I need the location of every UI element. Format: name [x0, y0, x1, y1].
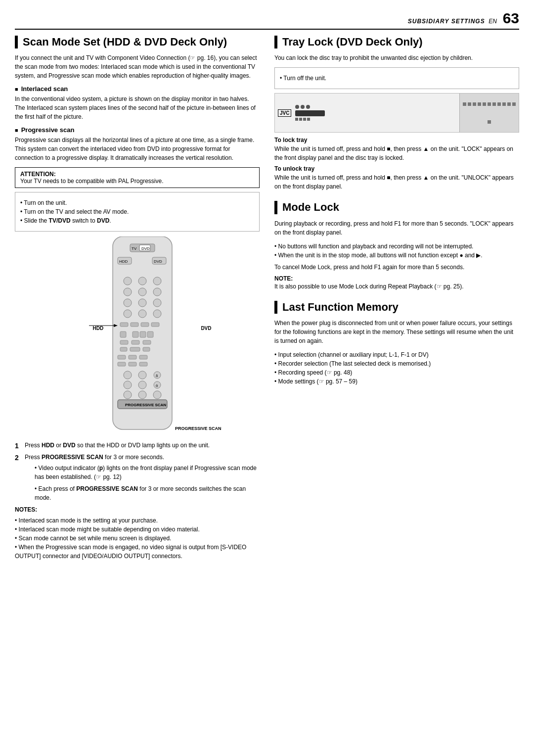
attention-body: Your TV needs to be compatible with PAL …: [20, 178, 254, 185]
mode-lock-bullets: No buttons will function and playback an…: [274, 242, 519, 260]
last-func-bullet: Recording speed (☞ pg. 48): [274, 368, 519, 377]
panel-btn: [512, 102, 516, 106]
svg-rect-29: [120, 340, 128, 344]
unit-right-panel: [459, 94, 519, 132]
svg-rect-35: [118, 355, 126, 359]
attention-label: ATTENTION:: [20, 171, 254, 178]
panel-btn: [507, 102, 511, 106]
svg-text:DVD: DVD: [154, 259, 162, 264]
svg-point-41: [124, 371, 132, 379]
step-1: 1 Press HDD or DVD so that the HDD or DV…: [15, 441, 260, 450]
scan-mode-intro: If you connect the unit and TV with Comp…: [15, 53, 260, 80]
svg-text:ô: ô: [156, 383, 158, 388]
svg-point-16: [138, 299, 146, 307]
instruction-box: Turn on the unit. Turn on the TV and sel…: [15, 192, 260, 232]
section-label: SUBSIDIARY SETTINGS: [408, 18, 485, 25]
unit-controls: [295, 105, 325, 121]
svg-rect-24: [151, 323, 159, 327]
svg-point-53: [153, 391, 161, 399]
mode-lock-note-text: It is also possible to use Mode Lock dur…: [274, 282, 519, 291]
to-unlock-tray-label: To unlock tray: [274, 165, 519, 172]
last-function-title: Last Function Memory: [274, 301, 519, 314]
unit-indicator: [303, 118, 306, 121]
svg-text:TV: TV: [132, 246, 137, 251]
svg-rect-38: [118, 362, 126, 366]
panel-btn: [463, 102, 466, 106]
to-lock-tray-label: To lock tray: [274, 137, 519, 143]
dvd-label-remote: DVD: [201, 326, 211, 331]
svg-rect-25: [133, 331, 138, 337]
svg-rect-39: [129, 362, 136, 366]
svg-rect-23: [141, 323, 149, 327]
progressive-scan-body: Progressive scan displays all the horizo…: [15, 136, 260, 162]
step-2: 2 Press PROGRESSIVE SCAN for 3 or more s…: [15, 453, 260, 502]
notes-label: NOTES:: [15, 506, 260, 513]
unit-btn: [301, 105, 305, 109]
remote-diagram-container: HDD DVD PROGRESSIVE SCAN TV DVD HDD: [15, 236, 260, 436]
note-item: Interlaced scan mode is the setting at y…: [15, 516, 260, 525]
interlaced-scan-body: In the conventional video system, a pict…: [15, 94, 260, 121]
svg-point-11: [153, 277, 161, 285]
to-unlock-tray-body: While the unit is turned off, press and …: [274, 173, 519, 191]
svg-text:PROGRESSIVE SCAN: PROGRESSIVE SCAN: [125, 403, 166, 407]
svg-rect-21: [120, 323, 128, 327]
svg-rect-31: [143, 340, 151, 344]
svg-point-9: [124, 277, 132, 285]
unit-indicator: [299, 118, 302, 121]
bullet-item: Turn on the unit.: [20, 198, 254, 207]
note-item: Scan mode cannot be set while menu scree…: [15, 534, 260, 543]
panel-btn: [473, 102, 476, 106]
last-func-bullet: Recorder selection (The last selected de…: [274, 359, 519, 368]
svg-point-10: [138, 277, 146, 285]
scan-mode-title: Scan Mode Set (HDD & DVD Deck Only): [15, 36, 260, 48]
panel-btn: [468, 102, 471, 106]
svg-rect-36: [129, 355, 136, 359]
svg-point-51: [124, 391, 132, 399]
last-function-bullets: Input selection (channel or auxiliary in…: [274, 350, 519, 386]
mode-lock-bullet: When the unit is in the stop mode, all b…: [274, 251, 519, 260]
progressive-scan-label: Progressive scan: [15, 126, 260, 134]
panel-btn: [488, 102, 491, 106]
svg-point-20: [153, 310, 161, 318]
bullet-item: Turn on the TV and select the AV mode.: [20, 207, 254, 216]
unit-slot: [295, 110, 325, 116]
svg-rect-33: [130, 347, 140, 351]
svg-point-14: [153, 288, 161, 296]
tray-lock-instruction: Turn off the unit.: [280, 74, 514, 83]
svg-point-48: [138, 381, 146, 389]
svg-rect-30: [132, 340, 139, 344]
svg-rect-26: [140, 331, 146, 337]
last-function-body: When the power plug is disconnected from…: [274, 319, 519, 345]
step-2-bullet-1: Video output indicator (p) lights on the…: [25, 464, 260, 481]
mode-lock-section: Mode Lock During playback or recording, …: [274, 201, 519, 290]
panel-btn: [483, 102, 486, 106]
panel-btn: [492, 102, 496, 106]
steps-list: 1 Press HDD or DVD so that the HDD or DV…: [15, 441, 260, 502]
svg-rect-22: [131, 323, 138, 327]
brand-label: JVC: [278, 109, 291, 117]
unit-btn: [306, 105, 310, 109]
tray-lock-intro: You can lock the disc tray to prohibit t…: [274, 53, 519, 62]
note-item: When the Progressive scan mode is engage…: [15, 543, 260, 561]
panel-btn: [497, 102, 501, 106]
panel-btn: [488, 120, 491, 124]
svg-rect-40: [139, 362, 147, 366]
svg-point-12: [124, 288, 132, 296]
svg-text:DVD: DVD: [141, 246, 150, 251]
note-item: Interlaced scan mode might be suitable d…: [15, 525, 260, 534]
progressive-scan-label-remote: PROGRESSIVE SCAN: [175, 426, 222, 431]
mode-lock-body: During playback or recording, press and …: [274, 219, 519, 237]
unit-indicator: [307, 118, 310, 121]
mode-lock-note-label: NOTE:: [274, 275, 293, 282]
svg-text:HDD: HDD: [119, 259, 128, 264]
svg-point-15: [124, 299, 132, 307]
remote-svg: TV DVD HDD DVD: [103, 236, 182, 434]
svg-point-18: [124, 310, 132, 318]
svg-point-47: [124, 381, 132, 389]
unit-indicator: [295, 118, 298, 121]
en-label: EN: [489, 18, 497, 25]
notes-list: Interlaced scan mode is the setting at y…: [15, 516, 260, 561]
page-number: 63: [503, 10, 519, 26]
step-2-bullet-2: Each press of PROGRESSIVE SCAN for 3 or …: [25, 484, 260, 502]
hdd-arrow: [89, 321, 119, 331]
